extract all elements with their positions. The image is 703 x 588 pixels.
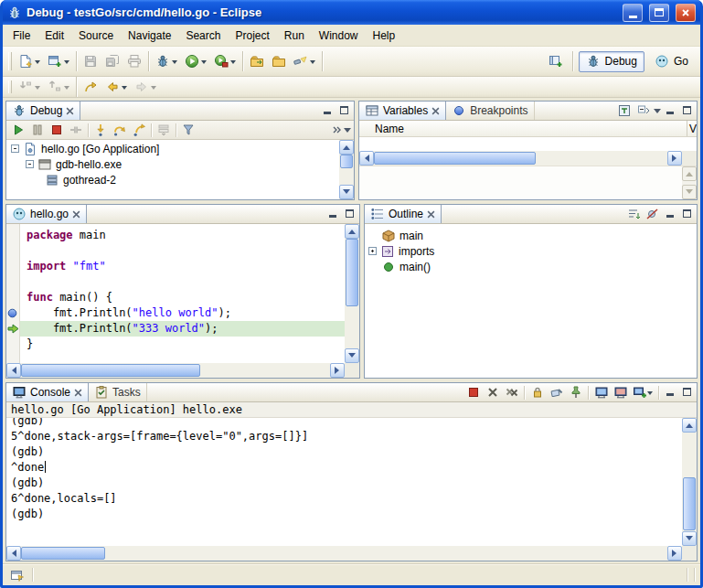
expander-icon[interactable]	[26, 160, 34, 168]
drop-to-frame-button[interactable]	[154, 122, 173, 138]
code-line[interactable]: }	[27, 337, 345, 352]
maximize-view-button[interactable]	[336, 104, 351, 118]
scroll-track[interactable]	[374, 151, 667, 166]
scroll-up-button[interactable]	[682, 418, 697, 433]
run-launch-button[interactable]	[181, 50, 210, 73]
scroll-right-button[interactable]	[330, 363, 345, 378]
step-over-button[interactable]	[111, 122, 129, 138]
scroll-down-button[interactable]	[339, 185, 354, 199]
resume-button[interactable]	[9, 122, 27, 138]
minimize-view-button[interactable]	[325, 208, 340, 221]
current-debug-line[interactable]: fmt.Println("333 world");	[20, 321, 345, 337]
expander-icon[interactable]	[11, 144, 19, 153]
tab-variables[interactable]: Variables	[359, 102, 446, 120]
toolbar-drag-handle[interactable]	[8, 52, 12, 70]
terminate-button[interactable]	[464, 385, 482, 401]
code-line[interactable]	[27, 243, 345, 259]
minimize-view-button[interactable]	[663, 208, 677, 221]
scroll-track[interactable]	[21, 363, 330, 378]
scroll-left-button[interactable]	[6, 363, 21, 378]
last-edit-location-button[interactable]	[80, 79, 101, 96]
title-bar[interactable]: Debug - testGo/src/cmd/hello.go - Eclips…	[3, 0, 700, 25]
close-tab-icon[interactable]	[72, 210, 80, 219]
menu-run[interactable]: Run	[277, 27, 312, 45]
minimize-view-button[interactable]	[320, 104, 335, 118]
column-value[interactable]: V	[687, 123, 697, 135]
show-stdout-button[interactable]	[592, 385, 610, 401]
menu-file[interactable]: File	[5, 27, 37, 45]
open-perspective-button[interactable]	[545, 50, 567, 73]
outline-item-package[interactable]: main	[365, 228, 697, 243]
editor-annotation-ruler[interactable]	[6, 224, 20, 363]
code-line[interactable]	[27, 274, 345, 290]
console-output[interactable]: (gdb) 5^done,stack-args=[frame={level="0…	[6, 418, 682, 546]
tree-item-thread[interactable]: gothread-2	[6, 172, 339, 187]
outline-item-imports[interactable]: imports	[365, 243, 697, 259]
pin-console-button[interactable]	[567, 385, 584, 401]
tab-debug[interactable]: Debug	[6, 102, 80, 120]
fast-view-button[interactable]	[8, 567, 26, 583]
remove-launch-button[interactable]	[484, 385, 501, 401]
scroll-up-button[interactable]	[339, 140, 354, 155]
maximize-button[interactable]	[649, 4, 669, 22]
menu-source[interactable]: Source	[71, 27, 121, 45]
step-return-button[interactable]	[130, 122, 148, 138]
menu-window[interactable]: Window	[312, 27, 366, 45]
scroll-down-button[interactable]	[682, 531, 697, 546]
open-resource-button[interactable]	[268, 50, 290, 73]
menu-search[interactable]: Search	[178, 27, 228, 45]
disconnect-button[interactable]	[67, 122, 85, 138]
suspend-button[interactable]	[28, 122, 47, 138]
scroll-right-button[interactable]	[667, 151, 682, 166]
scroll-track[interactable]	[21, 546, 667, 561]
collapse-all-button[interactable]	[634, 103, 652, 119]
step-into-button[interactable]	[91, 122, 110, 138]
perspective-go-button[interactable]: Go	[647, 51, 696, 72]
close-tab-icon[interactable]	[74, 389, 82, 397]
step-filters-button[interactable]	[179, 122, 197, 138]
perspective-debug-button[interactable]: Debug	[579, 51, 644, 72]
variables-detail-pane[interactable]	[359, 166, 697, 199]
scroll-right-button[interactable]	[667, 546, 682, 561]
scroll-left-button[interactable]	[359, 151, 374, 166]
code-line[interactable]: package main	[27, 228, 345, 243]
toolbar-overflow-icon[interactable]	[332, 124, 343, 135]
code-editor[interactable]: package main import "fmt" func main() { …	[20, 224, 345, 363]
clear-console-button[interactable]	[548, 385, 565, 401]
maximize-view-button[interactable]	[679, 104, 694, 118]
new-element-button[interactable]	[44, 50, 73, 73]
maximize-view-button[interactable]	[679, 208, 694, 221]
previous-annotation-button[interactable]	[44, 79, 73, 96]
menu-navigate[interactable]: Navigate	[121, 27, 178, 45]
scroll-thumb[interactable]	[374, 152, 536, 165]
column-name[interactable]: Name	[359, 121, 687, 136]
menu-project[interactable]: Project	[228, 27, 276, 45]
close-tab-icon[interactable]	[427, 210, 435, 219]
scroll-down-button[interactable]	[345, 348, 359, 363]
scroll-track[interactable]	[339, 155, 354, 185]
code-line[interactable]: import "fmt"	[27, 259, 345, 274]
toolbar-drag-handle[interactable]	[8, 80, 12, 93]
sort-button[interactable]	[624, 207, 642, 222]
scroll-track[interactable]	[345, 239, 359, 348]
show-stderr-button[interactable]	[612, 385, 629, 401]
close-button[interactable]	[676, 4, 696, 22]
hide-fields-button[interactable]	[644, 207, 661, 222]
scroll-track[interactable]	[682, 433, 697, 531]
code-line[interactable]: func main() {	[27, 290, 345, 305]
search-button[interactable]	[290, 50, 319, 73]
open-element-button[interactable]	[246, 50, 268, 73]
menu-edit[interactable]: Edit	[37, 27, 71, 45]
remove-all-launches-button[interactable]	[503, 385, 520, 401]
scroll-lock-button[interactable]	[528, 385, 546, 401]
debug-launch-button[interactable]	[152, 50, 181, 73]
breakpoint-icon[interactable]	[7, 308, 17, 318]
open-console-button[interactable]	[631, 385, 655, 401]
external-tools-button[interactable]	[210, 50, 240, 73]
scroll-up-button[interactable]	[345, 224, 359, 239]
tree-item-process[interactable]: gdb-hello.exe	[6, 156, 339, 172]
close-tab-icon[interactable]	[66, 107, 74, 115]
view-menu-icon[interactable]	[344, 128, 351, 136]
tab-console[interactable]: Console	[6, 383, 89, 401]
forward-button[interactable]	[131, 79, 160, 96]
